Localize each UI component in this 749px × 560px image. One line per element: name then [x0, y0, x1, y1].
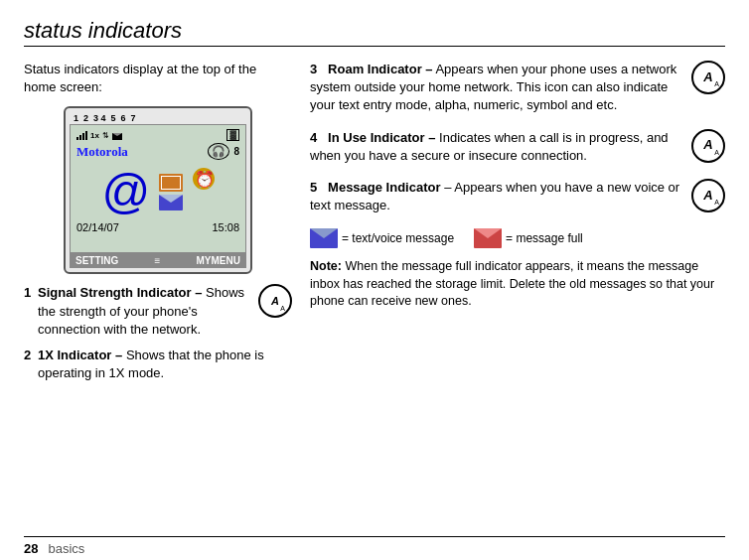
item-1-bold: Signal Strength Indicator – [38, 285, 202, 300]
message-full-icon [474, 228, 502, 248]
item-3-content: 3 Roam Indicator – Appears when your pho… [310, 61, 683, 115]
roam-icon-a: A [703, 69, 712, 86]
msg-icon-sub: A [714, 198, 719, 208]
message-indicators-legend: = text/voice message = message full [310, 228, 725, 248]
page-header: status indicators [24, 18, 725, 55]
item-2-number: 2 [24, 347, 38, 382]
intro-text: Status indicators display at the top of … [24, 61, 292, 96]
text-voice-indicator: = text/voice message [310, 228, 454, 248]
num1: 1 [74, 113, 78, 123]
num6-7: 6 [121, 113, 126, 123]
menu-setting: SETTING [75, 255, 118, 266]
inuse-icon-a: A [703, 136, 712, 154]
footer-label: basics [48, 541, 84, 556]
list-item-2: 2 1X Indicator – Shows that the phone is… [24, 347, 292, 382]
status-numbers-bar: 1 2 3 4 5 6 7 [70, 112, 246, 124]
roam-icon-sub: A [714, 79, 719, 89]
note-box: Note: When the message full indicator ap… [310, 258, 725, 311]
menu-separator: ≡ [155, 255, 161, 266]
clock-icon [193, 168, 215, 190]
left-column: Status indicators display at the top of … [24, 61, 292, 536]
inuse-icon-sub: A [714, 148, 719, 158]
num3: 3 4 [93, 113, 106, 123]
data-arrows-icon: ⇅ [102, 131, 109, 140]
item-1-text: Signal Strength Indicator – Shows the st… [38, 284, 252, 339]
envelope-status-icon [112, 133, 122, 140]
date-time-row: 02/14/07 15:08 [76, 221, 239, 233]
item-4-content: 4 In Use Indicator – Indicates when a ca… [310, 129, 683, 165]
item-5-content: 5 Message Indicator – Appears when you h… [310, 179, 683, 214]
note-text: When the message full indicator appears,… [310, 259, 714, 308]
page-footer: 28 basics [24, 536, 725, 560]
phone-screen: 1x ⇅ ▓ Motorola [70, 124, 246, 253]
right-item-4: 4 In Use Indicator – Indicates when a ca… [310, 129, 725, 165]
roam-indicator-icon: A A [691, 61, 725, 94]
right-column: 3 Roam Indicator – Appears when your pho… [310, 61, 725, 536]
num8-label: 8 [233, 146, 239, 157]
item-2-text: 1X Indicator – Shows that the phone is o… [38, 347, 292, 382]
brand-text: Motorola [76, 144, 128, 160]
item-3-bold: Roam Indicator – [328, 62, 432, 76]
screen-envelope-icon [159, 195, 183, 210]
item-2-bold: 1X Indicator – [38, 348, 122, 362]
right-item-5: 5 Message Indicator – Appears when you h… [310, 179, 725, 214]
page-container: status indicators Status indicators disp… [0, 0, 749, 560]
message-full-indicator: = message full [474, 228, 583, 248]
msg-icon-a: A [703, 187, 712, 205]
right-item-3: 3 Roam Indicator – Appears when your pho… [310, 61, 725, 115]
text-voice-icon [310, 228, 338, 248]
stack-icons [159, 168, 183, 215]
screen-icons: @ [76, 168, 239, 215]
note-label: Note: [310, 259, 342, 273]
page-title: status indicators [24, 18, 725, 47]
date-display: 02/14/07 [76, 221, 119, 233]
page-icon [159, 174, 183, 192]
time-display: 15:08 [212, 221, 239, 233]
message-indicator-icon: A A [691, 179, 725, 212]
list-item-1: 1 Signal Strength Indicator – Shows the … [24, 284, 292, 339]
item-1-number: 1 [24, 284, 38, 339]
menu-mymenu: MYMENU [197, 255, 240, 266]
left-items-list: 1 Signal Strength Indicator – Shows the … [24, 284, 292, 382]
inuse-indicator-icon: A A [691, 129, 725, 163]
phone-bottom-bar: SETTING ≡ MYMENU [70, 253, 246, 268]
signal-bars-icon [76, 130, 87, 140]
item-5-number: 5 [310, 180, 317, 195]
headphone-status-icon: 🎧 [208, 143, 229, 160]
1x-indicator: 1x [90, 131, 99, 140]
item-4-bold: In Use Indicator – [328, 130, 435, 145]
num7: 7 [131, 113, 136, 123]
num2: 2 [83, 113, 88, 123]
at-icon: @ [101, 168, 150, 215]
item-4-number: 4 [310, 130, 317, 145]
item-3-number: 3 [310, 62, 317, 76]
item-5-bold: Message Indicator [328, 180, 440, 195]
battery-icon: ▓ [226, 129, 239, 141]
message-full-label: = message full [506, 231, 583, 245]
signal-strength-icon: A A [258, 284, 292, 318]
text-voice-label: = text/voice message [342, 231, 454, 245]
main-content: Status indicators display at the top of … [24, 61, 725, 536]
phone-mockup: 1 2 3 4 5 6 7 [64, 106, 252, 274]
num5: 5 [111, 113, 116, 123]
page-number: 28 [24, 541, 38, 556]
